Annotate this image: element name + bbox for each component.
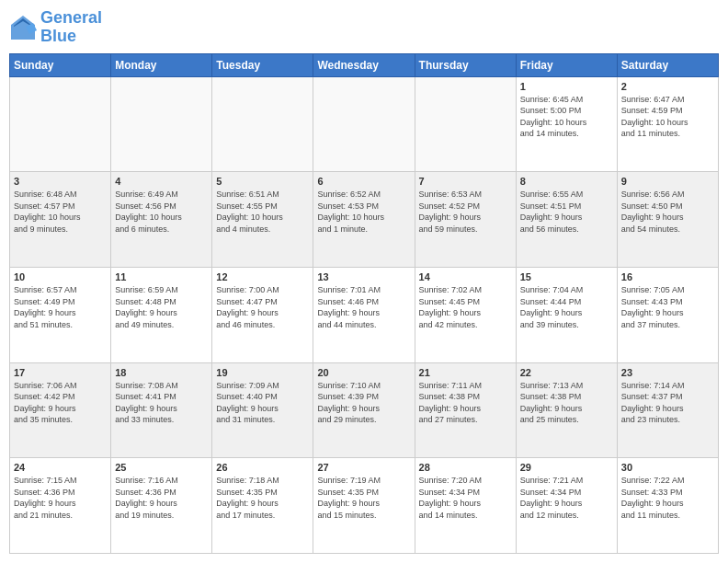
day-number: 24 xyxy=(14,462,107,473)
day-number: 26 xyxy=(216,462,309,473)
calendar-body: 1Sunrise: 6:45 AM Sunset: 5:00 PM Daylig… xyxy=(10,76,719,553)
day-cell: 30Sunrise: 7:22 AM Sunset: 4:33 PM Dayli… xyxy=(617,458,718,554)
day-cell: 19Sunrise: 7:09 AM Sunset: 4:40 PM Dayli… xyxy=(212,362,313,458)
day-cell xyxy=(313,76,415,172)
day-number: 4 xyxy=(115,176,208,187)
day-number: 3 xyxy=(14,176,107,187)
calendar-table: SundayMondayTuesdayWednesdayThursdayFrid… xyxy=(9,53,719,554)
day-header-friday: Friday xyxy=(516,53,617,76)
day-info: Sunrise: 7:14 AM Sunset: 4:37 PM Dayligh… xyxy=(621,380,714,426)
day-number: 23 xyxy=(621,367,714,378)
day-info: Sunrise: 7:05 AM Sunset: 4:43 PM Dayligh… xyxy=(621,284,714,330)
day-info: Sunrise: 6:48 AM Sunset: 4:57 PM Dayligh… xyxy=(14,189,107,235)
day-cell: 17Sunrise: 7:06 AM Sunset: 4:42 PM Dayli… xyxy=(10,362,111,458)
day-cell: 15Sunrise: 7:04 AM Sunset: 4:44 PM Dayli… xyxy=(516,267,617,362)
day-number: 18 xyxy=(115,367,208,378)
day-number: 22 xyxy=(520,367,613,378)
day-header-tuesday: Tuesday xyxy=(212,53,313,76)
day-number: 19 xyxy=(216,367,309,378)
day-cell: 24Sunrise: 7:15 AM Sunset: 4:36 PM Dayli… xyxy=(10,458,111,554)
day-number: 14 xyxy=(419,271,512,282)
logo-icon xyxy=(9,14,37,41)
day-cell: 14Sunrise: 7:02 AM Sunset: 4:45 PM Dayli… xyxy=(415,267,516,362)
day-cell: 1Sunrise: 6:45 AM Sunset: 5:00 PM Daylig… xyxy=(516,76,617,172)
day-number: 27 xyxy=(317,462,410,473)
day-info: Sunrise: 6:56 AM Sunset: 4:50 PM Dayligh… xyxy=(621,189,714,235)
day-info: Sunrise: 7:11 AM Sunset: 4:38 PM Dayligh… xyxy=(419,380,512,426)
logo: General Blue xyxy=(9,9,102,46)
day-info: Sunrise: 7:04 AM Sunset: 4:44 PM Dayligh… xyxy=(520,284,613,330)
day-number: 13 xyxy=(317,271,410,282)
day-number: 11 xyxy=(115,271,208,282)
day-info: Sunrise: 6:53 AM Sunset: 4:52 PM Dayligh… xyxy=(419,189,512,235)
day-header-sunday: Sunday xyxy=(10,53,111,76)
day-info: Sunrise: 6:51 AM Sunset: 4:55 PM Dayligh… xyxy=(216,189,309,235)
day-info: Sunrise: 6:52 AM Sunset: 4:53 PM Dayligh… xyxy=(317,189,410,235)
day-cell: 22Sunrise: 7:13 AM Sunset: 4:38 PM Dayli… xyxy=(516,362,617,458)
day-info: Sunrise: 7:22 AM Sunset: 4:33 PM Dayligh… xyxy=(621,475,714,521)
day-number: 6 xyxy=(317,176,410,187)
day-info: Sunrise: 6:57 AM Sunset: 4:49 PM Dayligh… xyxy=(14,284,107,330)
day-header-wednesday: Wednesday xyxy=(313,53,415,76)
day-number: 7 xyxy=(419,176,512,187)
day-cell: 7Sunrise: 6:53 AM Sunset: 4:52 PM Daylig… xyxy=(415,172,516,268)
day-info: Sunrise: 7:16 AM Sunset: 4:36 PM Dayligh… xyxy=(115,475,208,521)
day-header-monday: Monday xyxy=(111,53,212,76)
day-cell: 13Sunrise: 7:01 AM Sunset: 4:46 PM Dayli… xyxy=(313,267,415,362)
day-info: Sunrise: 6:59 AM Sunset: 4:48 PM Dayligh… xyxy=(115,284,208,330)
day-number: 17 xyxy=(14,367,107,378)
day-number: 20 xyxy=(317,367,410,378)
day-number: 2 xyxy=(621,81,714,92)
day-info: Sunrise: 6:49 AM Sunset: 4:56 PM Dayligh… xyxy=(115,189,208,235)
day-info: Sunrise: 7:02 AM Sunset: 4:45 PM Dayligh… xyxy=(419,284,512,330)
day-cell: 21Sunrise: 7:11 AM Sunset: 4:38 PM Dayli… xyxy=(415,362,516,458)
day-info: Sunrise: 7:09 AM Sunset: 4:40 PM Dayligh… xyxy=(216,380,309,426)
day-cell: 4Sunrise: 6:49 AM Sunset: 4:56 PM Daylig… xyxy=(111,172,212,268)
day-cell: 5Sunrise: 6:51 AM Sunset: 4:55 PM Daylig… xyxy=(212,172,313,268)
day-cell: 16Sunrise: 7:05 AM Sunset: 4:43 PM Dayli… xyxy=(617,267,718,362)
week-row-4: 24Sunrise: 7:15 AM Sunset: 4:36 PM Dayli… xyxy=(10,458,719,554)
day-info: Sunrise: 7:10 AM Sunset: 4:39 PM Dayligh… xyxy=(317,380,410,426)
day-cell: 18Sunrise: 7:08 AM Sunset: 4:41 PM Dayli… xyxy=(111,362,212,458)
day-cell: 25Sunrise: 7:16 AM Sunset: 4:36 PM Dayli… xyxy=(111,458,212,554)
day-cell: 3Sunrise: 6:48 AM Sunset: 4:57 PM Daylig… xyxy=(10,172,111,268)
page-header: General Blue xyxy=(9,9,719,46)
day-info: Sunrise: 7:20 AM Sunset: 4:34 PM Dayligh… xyxy=(419,475,512,521)
day-number: 16 xyxy=(621,271,714,282)
day-header-thursday: Thursday xyxy=(415,53,516,76)
day-number: 12 xyxy=(216,271,309,282)
day-cell xyxy=(10,76,111,172)
day-header-saturday: Saturday xyxy=(617,53,718,76)
week-row-3: 17Sunrise: 7:06 AM Sunset: 4:42 PM Dayli… xyxy=(10,362,719,458)
day-cell xyxy=(415,76,516,172)
day-info: Sunrise: 6:45 AM Sunset: 5:00 PM Dayligh… xyxy=(520,94,613,140)
day-info: Sunrise: 7:15 AM Sunset: 4:36 PM Dayligh… xyxy=(14,475,107,521)
day-info: Sunrise: 7:00 AM Sunset: 4:47 PM Dayligh… xyxy=(216,284,309,330)
day-cell: 2Sunrise: 6:47 AM Sunset: 4:59 PM Daylig… xyxy=(617,76,718,172)
day-info: Sunrise: 7:19 AM Sunset: 4:35 PM Dayligh… xyxy=(317,475,410,521)
day-cell: 11Sunrise: 6:59 AM Sunset: 4:48 PM Dayli… xyxy=(111,267,212,362)
day-cell xyxy=(111,76,212,172)
day-number: 1 xyxy=(520,81,613,92)
day-number: 25 xyxy=(115,462,208,473)
day-number: 30 xyxy=(621,462,714,473)
day-cell: 27Sunrise: 7:19 AM Sunset: 4:35 PM Dayli… xyxy=(313,458,415,554)
day-cell xyxy=(212,76,313,172)
day-cell: 20Sunrise: 7:10 AM Sunset: 4:39 PM Dayli… xyxy=(313,362,415,458)
day-cell: 9Sunrise: 6:56 AM Sunset: 4:50 PM Daylig… xyxy=(617,172,718,268)
day-info: Sunrise: 7:01 AM Sunset: 4:46 PM Dayligh… xyxy=(317,284,410,330)
day-number: 15 xyxy=(520,271,613,282)
week-row-1: 3Sunrise: 6:48 AM Sunset: 4:57 PM Daylig… xyxy=(10,172,719,268)
day-info: Sunrise: 7:13 AM Sunset: 4:38 PM Dayligh… xyxy=(520,380,613,426)
week-row-0: 1Sunrise: 6:45 AM Sunset: 5:00 PM Daylig… xyxy=(10,76,719,172)
day-info: Sunrise: 7:21 AM Sunset: 4:34 PM Dayligh… xyxy=(520,475,613,521)
day-info: Sunrise: 7:08 AM Sunset: 4:41 PM Dayligh… xyxy=(115,380,208,426)
day-cell: 23Sunrise: 7:14 AM Sunset: 4:37 PM Dayli… xyxy=(617,362,718,458)
day-cell: 26Sunrise: 7:18 AM Sunset: 4:35 PM Dayli… xyxy=(212,458,313,554)
day-cell: 10Sunrise: 6:57 AM Sunset: 4:49 PM Dayli… xyxy=(10,267,111,362)
day-info: Sunrise: 6:47 AM Sunset: 4:59 PM Dayligh… xyxy=(621,94,714,140)
day-number: 29 xyxy=(520,462,613,473)
day-info: Sunrise: 7:18 AM Sunset: 4:35 PM Dayligh… xyxy=(216,475,309,521)
day-cell: 29Sunrise: 7:21 AM Sunset: 4:34 PM Dayli… xyxy=(516,458,617,554)
day-number: 5 xyxy=(216,176,309,187)
